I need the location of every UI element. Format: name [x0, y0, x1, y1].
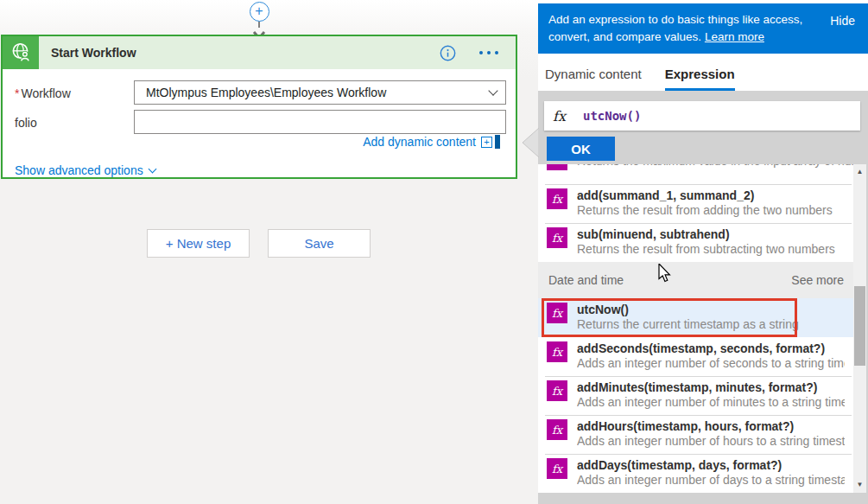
hide-button[interactable]: Hide	[830, 12, 855, 29]
function-name: sub(minuend, subtrahend)	[577, 227, 835, 242]
show-advanced-label: Show advanced options	[15, 163, 143, 177]
banner-text-line2: convert, and compare values.	[548, 30, 701, 43]
fx-icon: fx	[547, 227, 567, 248]
fx-icon: fx	[547, 380, 567, 401]
dynamic-content-plus-icon: +	[481, 137, 492, 148]
card-header[interactable]: Start Workflow	[3, 36, 516, 69]
new-step-button[interactable]: + New step	[147, 229, 250, 258]
connector-line	[258, 22, 260, 28]
scroll-down-icon[interactable]: ▼	[853, 479, 866, 491]
add-dynamic-content-link[interactable]: Add dynamic content +	[363, 135, 500, 149]
expression-panel: Add an expression to do basic things lik…	[538, 0, 868, 504]
fx-icon: fx	[547, 303, 567, 323]
function-list: fx Returns the maximum value in the inpu…	[538, 164, 853, 493]
function-row-addhours[interactable]: fx addHours(timestamp, hours, format?) A…	[538, 415, 853, 454]
function-description: Adds an integer number of seconds to a s…	[577, 356, 845, 371]
fx-icon: fx	[547, 341, 567, 362]
info-icon[interactable]	[440, 45, 456, 61]
section-header-date-and-time: Date and time See more	[538, 262, 853, 298]
ellipsis-menu-icon[interactable]	[479, 51, 498, 54]
function-row-utcnow[interactable]: fx utcNow() Returns the current timestam…	[538, 298, 853, 337]
panel-tabbar: Dynamic content Expression	[538, 54, 868, 91]
function-description: Returns the maximum value in the input a…	[577, 164, 853, 184]
workflow-dropdown-value: MtOlympus Employees\Employees Workflow	[146, 86, 490, 99]
function-name: addDays(timestamp, days, format?)	[577, 458, 845, 473]
function-name: add(summand_1, summand_2)	[577, 188, 833, 203]
expression-input-container: fx	[544, 101, 860, 131]
function-name: utcNow()	[577, 303, 799, 317]
fx-icon: fx	[553, 108, 566, 124]
scrollbar-thumb[interactable]	[854, 286, 865, 366]
ok-button[interactable]: OK	[547, 137, 615, 161]
function-description: Returns the result from adding the two n…	[577, 203, 833, 218]
workflow-field-label: *Workflow	[15, 86, 71, 100]
dynamic-content-flyout-icon	[495, 135, 500, 149]
function-description: Returns the result from subtracting two …	[577, 242, 835, 257]
function-row-addminutes[interactable]: fx addMinutes(timestamp, minutes, format…	[538, 376, 853, 415]
function-name: addHours(timestamp, hours, format?)	[577, 419, 845, 434]
folio-field-label: folio	[15, 116, 37, 130]
required-marker: *	[15, 86, 19, 100]
card-title: Start Workflow	[51, 46, 440, 60]
tab-expression[interactable]: Expression	[665, 67, 735, 91]
expression-input[interactable]	[583, 109, 852, 123]
chevron-down-icon	[148, 165, 156, 174]
start-workflow-card: Start Workflow *Workflow MtOlympus Emplo…	[1, 35, 517, 179]
function-row-addseconds[interactable]: fx addSeconds(timestamp, seconds, format…	[538, 337, 853, 376]
function-row-max[interactable]: fx Returns the maximum value in the inpu…	[538, 164, 853, 184]
function-description: Returns the current timestamp as a strin…	[577, 317, 799, 332]
fx-icon: fx	[547, 164, 567, 170]
fx-icon: fx	[547, 458, 567, 479]
function-description: Adds an integer number of days to a stri…	[577, 473, 845, 488]
scrollbar[interactable]: ▲ ▼	[853, 164, 866, 493]
see-more-link[interactable]: See more	[791, 273, 844, 287]
learn-more-link[interactable]: Learn more	[705, 30, 764, 43]
insert-step-plus-icon[interactable]: +	[250, 2, 269, 22]
fx-icon: fx	[547, 419, 567, 440]
section-label: Date and time	[548, 273, 791, 287]
workflow-connector-icon	[3, 36, 39, 69]
chevron-down-icon	[488, 86, 497, 95]
show-advanced-options-link[interactable]: Show advanced options	[15, 163, 155, 177]
add-dynamic-content-label: Add dynamic content	[363, 135, 476, 149]
function-description: Adds an integer number of minutes to a s…	[577, 395, 845, 410]
fx-icon: fx	[547, 188, 567, 209]
function-description: Adds an integer number of hours to a str…	[577, 434, 845, 449]
expression-help-banner: Add an expression to do basic things lik…	[538, 3, 868, 54]
banner-text-line1: Add an expression to do basic things lik…	[548, 11, 814, 29]
flyout-beak	[522, 127, 539, 158]
function-row-sub[interactable]: fx sub(minuend, subtrahend) Returns the …	[538, 223, 853, 262]
function-row-add[interactable]: fx add(summand_1, summand_2) Returns the…	[538, 184, 853, 223]
workflow-dropdown[interactable]: MtOlympus Employees\Employees Workflow	[134, 80, 506, 105]
folio-input[interactable]	[134, 110, 506, 134]
function-row-adddays[interactable]: fx addDays(timestamp, days, format?) Add…	[538, 454, 853, 493]
save-button[interactable]: Save	[268, 229, 371, 258]
tab-dynamic-content[interactable]: Dynamic content	[545, 67, 642, 91]
function-name: addSeconds(timestamp, seconds, format?)	[577, 341, 845, 356]
function-name: addMinutes(timestamp, minutes, format?)	[577, 380, 845, 395]
scroll-up-icon[interactable]: ▲	[853, 166, 866, 178]
